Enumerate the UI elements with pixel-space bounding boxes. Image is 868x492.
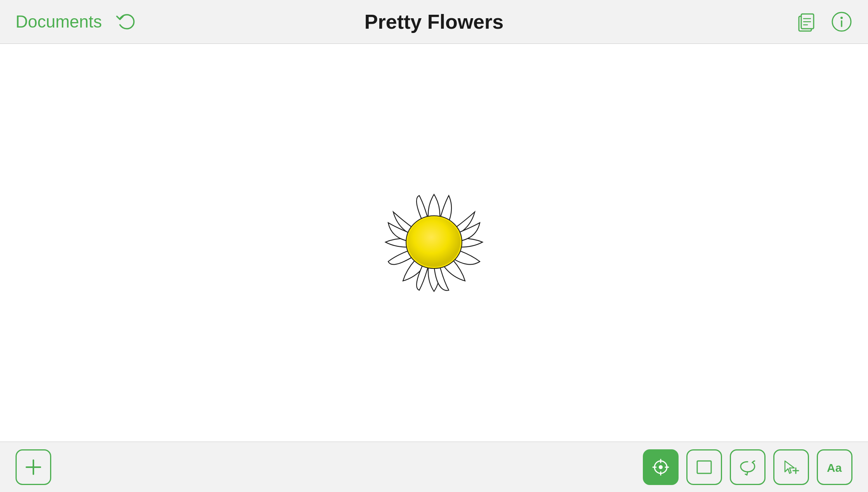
pages-icon (795, 11, 817, 33)
undo-button[interactable] (115, 11, 136, 33)
rect-tool-icon (694, 457, 714, 477)
flower-drawing (325, 134, 543, 352)
bottom-toolbar: Aa (0, 442, 868, 492)
svg-text:Aa: Aa (827, 461, 842, 474)
info-button[interactable] (831, 11, 852, 33)
svg-point-9 (408, 217, 460, 267)
select-tool-button[interactable] (773, 449, 809, 485)
svg-line-20 (745, 474, 747, 475)
canvas-area[interactable] (0, 44, 868, 442)
lasso-tool-icon (738, 457, 758, 477)
svg-point-6 (840, 17, 843, 19)
page-title: Pretty Flowers (365, 10, 503, 33)
lasso-tool-button[interactable] (730, 449, 766, 485)
rect-tool-button[interactable] (686, 449, 722, 485)
flower-svg (325, 134, 543, 352)
toolbar-left (16, 449, 51, 485)
info-icon (831, 11, 852, 33)
add-button[interactable] (16, 449, 51, 485)
select-tool-icon (781, 457, 801, 477)
text-tool-icon: Aa (825, 457, 845, 477)
header: Documents Pretty Flowers (0, 0, 868, 44)
documents-link[interactable]: Documents (16, 12, 102, 31)
undo-icon (115, 11, 136, 33)
svg-rect-18 (697, 461, 711, 473)
header-left: Documents (16, 11, 136, 33)
text-tool-button[interactable]: Aa (817, 449, 852, 485)
header-right (795, 11, 852, 33)
pages-button[interactable] (795, 11, 817, 33)
pen-tool-icon (651, 457, 671, 477)
toolbar-right: Aa (643, 449, 852, 485)
pen-tool-button[interactable] (643, 449, 679, 485)
svg-point-13 (659, 465, 663, 469)
add-icon (23, 457, 43, 477)
